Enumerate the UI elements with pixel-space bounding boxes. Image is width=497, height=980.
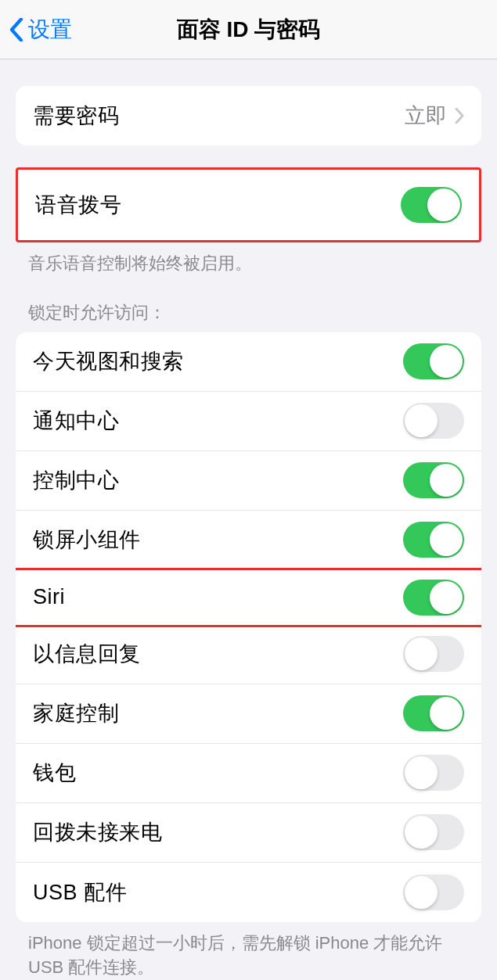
lock-access-row: 以信息回复 bbox=[16, 625, 481, 684]
voice-dial-toggle[interactable] bbox=[401, 187, 462, 223]
lock-access-item-label: 今天视图和搜索 bbox=[33, 347, 184, 375]
lock-access-toggle[interactable] bbox=[403, 522, 464, 558]
lock-access-row: 控制中心 bbox=[16, 451, 481, 511]
lock-access-item-label: 家庭控制 bbox=[33, 699, 119, 727]
lock-access-group: 今天视图和搜索通知中心控制中心锁屏小组件Siri以信息回复家庭控制钱包回拨未接来… bbox=[16, 332, 481, 922]
lock-access-toggle[interactable] bbox=[403, 462, 464, 498]
lock-access-row: 钱包 bbox=[16, 744, 481, 803]
lock-access-row: USB 配件 bbox=[16, 863, 481, 922]
lock-access-item-label: 控制中心 bbox=[33, 466, 119, 494]
lock-access-toggle[interactable] bbox=[403, 755, 464, 791]
page-title: 面容 ID 与密码 bbox=[0, 15, 497, 45]
passcode-group: 需要密码 立即 bbox=[16, 86, 481, 145]
lock-access-toggle[interactable] bbox=[403, 695, 464, 731]
lock-access-header: 锁定时允许访问： bbox=[0, 301, 497, 332]
lock-access-item-label: 锁屏小组件 bbox=[33, 526, 141, 554]
lock-access-item-label: 以信息回复 bbox=[33, 640, 141, 668]
chevron-right-icon bbox=[455, 108, 464, 124]
voice-dial-footer: 音乐语音控制将始终被启用。 bbox=[0, 242, 497, 276]
lock-access-item-label: Siri bbox=[33, 585, 65, 609]
lock-access-footer: iPhone 锁定超过一小时后，需先解锁 iPhone 才能允许 USB 配件连… bbox=[0, 922, 497, 980]
lock-access-item-label: USB 配件 bbox=[33, 878, 127, 906]
lock-access-row: Siri bbox=[16, 568, 481, 627]
lock-access-toggle[interactable] bbox=[403, 636, 464, 672]
require-passcode-row[interactable]: 需要密码 立即 bbox=[16, 86, 481, 145]
lock-access-row: 回拨未接来电 bbox=[16, 803, 481, 863]
lock-access-row: 今天视图和搜索 bbox=[16, 332, 481, 392]
lock-access-item-label: 通知中心 bbox=[33, 407, 119, 435]
lock-access-row: 家庭控制 bbox=[16, 684, 481, 744]
lock-access-toggle[interactable] bbox=[403, 814, 464, 850]
lock-access-item-label: 回拨未接来电 bbox=[33, 818, 162, 846]
lock-access-toggle[interactable] bbox=[403, 580, 464, 616]
navigation-bar: 设置 面容 ID 与密码 bbox=[0, 0, 497, 59]
back-button[interactable]: 设置 bbox=[0, 15, 72, 45]
voice-dial-row: 语音拨号 bbox=[18, 170, 479, 240]
lock-access-toggle[interactable] bbox=[403, 874, 464, 910]
lock-access-toggle[interactable] bbox=[403, 343, 464, 379]
require-passcode-value: 立即 bbox=[405, 102, 447, 130]
lock-access-row: 通知中心 bbox=[16, 392, 481, 451]
lock-access-item-label: 钱包 bbox=[33, 759, 76, 787]
voice-dial-label: 语音拨号 bbox=[35, 191, 121, 219]
require-passcode-label: 需要密码 bbox=[33, 102, 119, 130]
back-label: 设置 bbox=[28, 15, 72, 45]
chevron-left-icon bbox=[9, 18, 23, 41]
voice-dial-group: 语音拨号 bbox=[16, 167, 481, 242]
lock-access-toggle[interactable] bbox=[403, 403, 464, 439]
lock-access-row: 锁屏小组件 bbox=[16, 511, 481, 570]
